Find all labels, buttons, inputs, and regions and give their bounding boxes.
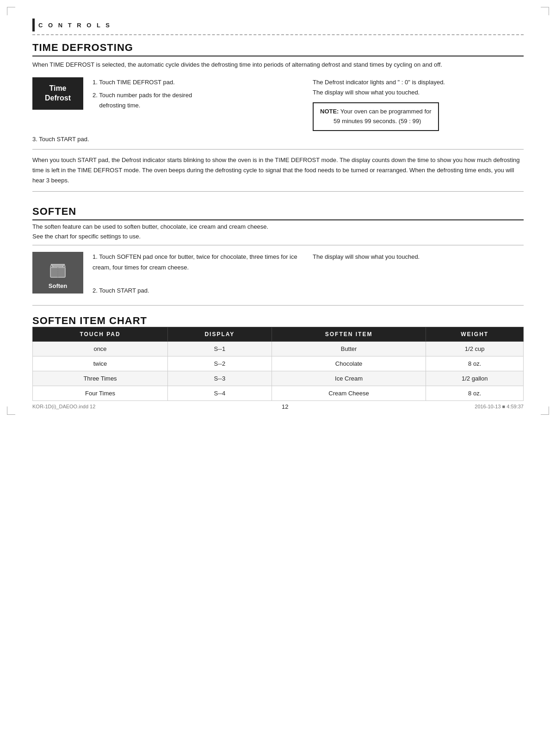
- soften-step2: 2. Touch START pad.: [93, 286, 299, 296]
- soften-step1-right: The display will show what you touched.: [313, 252, 519, 262]
- time-defrost-results: The Defrost indicator lights and " : 0" …: [308, 77, 524, 131]
- svg-line-2: [64, 264, 65, 267]
- table-row: Four TimesS--4Cream Cheese8 oz.: [33, 386, 524, 400]
- table-cell: Four Times: [33, 386, 168, 400]
- table-header-row: TOUCH PAD DISPLAY SOFTEN ITEM WEIGHT: [33, 327, 524, 341]
- time-defrost-instruction: TimeDefrost 1. Touch TIME DEFROST pad. 2…: [32, 77, 524, 131]
- footer-right: 2016-10-13 ■ 4:59:37: [475, 404, 524, 409]
- table-cell: Three Times: [33, 371, 168, 386]
- table-cell: 8 oz.: [426, 356, 524, 371]
- step2-right: The display will show what you touched.: [313, 87, 519, 98]
- table-cell: S--4: [168, 386, 272, 400]
- table-row: Three TimesS--3Ice Cream1/2 gallon: [33, 371, 524, 386]
- table-cell: twice: [33, 356, 168, 371]
- step2-left: 2. Touch number pads for the desired def…: [93, 90, 299, 111]
- table-cell: 1/2 gallon: [426, 371, 524, 386]
- page-footer: KOR-1D(i)_DAEOO.indd 12 12 2016-10-13 ■ …: [0, 403, 556, 410]
- step1-left: 1. Touch TIME DEFROST pad.: [93, 77, 299, 87]
- dashed-divider: [32, 34, 524, 35]
- step1-right: The Defrost indicator lights and " : 0" …: [313, 77, 519, 87]
- soften-steps: 1. Touch SOFTEN pad once for butter, twi…: [83, 252, 308, 298]
- controls-bar-accent: [32, 19, 35, 31]
- soften-icon: [46, 262, 69, 281]
- note-box: NOTE: Your oven can be programmed for 59…: [313, 102, 439, 131]
- note-label: NOTE: Your oven can be programmed for 59…: [320, 108, 432, 125]
- col-display: DISPLAY: [168, 327, 272, 341]
- soften-chart-section: SOFTEN ITEM CHART TOUCH PAD DISPLAY SOFT…: [32, 315, 524, 401]
- table-cell: Ice Cream: [272, 371, 426, 386]
- table-cell: 1/2 cup: [426, 341, 524, 356]
- time-defrost-bottom-description: When you touch START pad, the Defrost in…: [32, 149, 524, 192]
- time-defrost-section: TIME DEFROSTING When TIME DEFROST is sel…: [32, 42, 524, 192]
- soften-step1: 1. Touch SOFTEN pad once for butter, twi…: [93, 252, 299, 272]
- time-defrost-title: TIME DEFROSTING: [32, 42, 524, 56]
- table-row: twiceS--2Chocolate8 oz.: [33, 356, 524, 371]
- soften-pad: Soften: [32, 252, 83, 294]
- table-cell: 8 oz.: [426, 386, 524, 400]
- controls-header: C O N T R O L S: [32, 19, 524, 31]
- time-defrost-steps: 1. Touch TIME DEFROST pad. 2. Touch numb…: [83, 77, 308, 131]
- col-soften-item: SOFTEN ITEM: [272, 327, 426, 341]
- soften-result: The display will show what you touched.: [308, 252, 524, 298]
- table-cell: S--1: [168, 341, 272, 356]
- soften-chart-title: SOFTEN ITEM CHART: [32, 315, 524, 327]
- footer-left: KOR-1D(i)_DAEOO.indd 12: [32, 404, 95, 409]
- svg-line-1: [50, 264, 51, 267]
- col-touch-pad: TOUCH PAD: [33, 327, 168, 341]
- table-cell: Butter: [272, 341, 426, 356]
- time-defrost-intro: When TIME DEFROST is selected, the autom…: [32, 60, 524, 70]
- table-cell: Cream Cheese: [272, 386, 426, 400]
- col-weight: WEIGHT: [426, 327, 524, 341]
- table-row: onceS--1Butter1/2 cup: [33, 341, 524, 356]
- soften-title: SOFTEN: [32, 206, 524, 220]
- page-number: 12: [95, 403, 475, 410]
- table-cell: once: [33, 341, 168, 356]
- soften-description: The soften feature can be used to soften…: [32, 222, 524, 246]
- soften-chart-table: TOUCH PAD DISPLAY SOFTEN ITEM WEIGHT onc…: [32, 327, 524, 401]
- time-defrost-pad: TimeDefrost: [32, 77, 83, 110]
- step3: 3. Touch START pad.: [32, 136, 524, 143]
- table-cell: S--3: [168, 371, 272, 386]
- soften-instruction: Soften 1. Touch SOFTEN pad once for butt…: [32, 252, 524, 305]
- svg-rect-0: [50, 267, 65, 277]
- soften-section: SOFTEN The soften feature can be used to…: [32, 206, 524, 306]
- corner-mark-tl: [7, 7, 15, 15]
- table-cell: S--2: [168, 356, 272, 371]
- controls-label: C O N T R O L S: [38, 22, 111, 29]
- table-cell: Chocolate: [272, 356, 426, 371]
- corner-mark-tr: [541, 7, 549, 15]
- soften-pad-label: Soften: [49, 282, 67, 290]
